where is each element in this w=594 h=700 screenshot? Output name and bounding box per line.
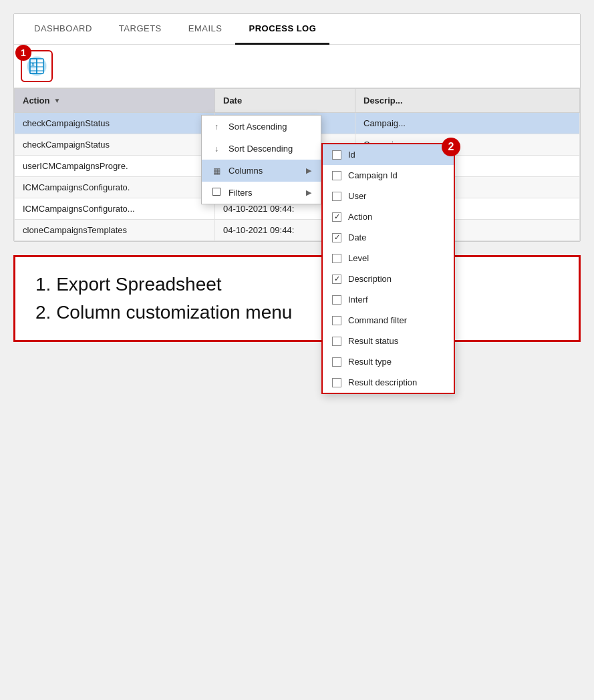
checkbox-result-description[interactable] xyxy=(332,378,341,387)
tab-dashboard[interactable]: DASHBOARD xyxy=(21,14,106,44)
menu-item-filters[interactable]: Filters ▶ xyxy=(202,182,321,204)
checkbox-id[interactable] xyxy=(332,150,341,160)
checkbox-description[interactable]: ✓ xyxy=(332,275,341,284)
filters-submenu-arrow: ▶ xyxy=(306,188,311,197)
columns-submenu-arrow: ▶ xyxy=(306,166,311,175)
cell-action: ICMCampaignsConfigurato. xyxy=(15,177,215,198)
submenu-item-campaign-id[interactable]: Campaign Id xyxy=(323,165,454,186)
tab-emails[interactable]: EMAILS xyxy=(175,14,236,44)
checkbox-command-filter[interactable] xyxy=(332,316,341,325)
submenu-item-level[interactable]: Level xyxy=(323,248,454,269)
toolbar: 1 X xyxy=(14,45,580,88)
checkbox-user[interactable] xyxy=(332,192,341,201)
submenu-label-description: Description xyxy=(348,274,392,284)
cell-desc: Campaig... xyxy=(355,113,580,134)
action-col-dropdown-arrow[interactable]: ▼ xyxy=(53,97,60,104)
table-row: cloneCampaignsTemplates 04-10-2021 09:44… xyxy=(15,220,580,241)
cell-action: cloneCampaignsTemplates xyxy=(15,220,215,241)
col-header-action[interactable]: Action ▼ xyxy=(15,89,215,113)
excel-icon: X xyxy=(26,55,47,77)
submenu-label-action: Action xyxy=(348,212,372,222)
tab-process-log[interactable]: PROCESS LOG xyxy=(235,14,329,45)
footer-line1: 1. Export Spreadsheet xyxy=(35,271,559,299)
cell-action: userICMCampaignsProgre. xyxy=(15,156,215,177)
submenu-item-result-status[interactable]: Result status xyxy=(323,331,454,351)
checkbox-interf[interactable] xyxy=(332,295,341,305)
submenu-label-command-filter: Command filter xyxy=(348,315,407,325)
menu-item-columns[interactable]: ▦ Columns ▶ xyxy=(202,160,321,182)
submenu-item-result-description[interactable]: Result description xyxy=(323,372,454,393)
svg-text:X: X xyxy=(31,62,35,67)
cell-action: checkCampaignStatus xyxy=(15,134,215,156)
tab-targets[interactable]: TARGETS xyxy=(106,14,175,44)
menu-item-sort-asc[interactable]: ↑ Sort Ascending xyxy=(202,116,321,138)
checkbox-level[interactable] xyxy=(332,254,341,263)
footer-note: 1. Export Spreadsheet 2. Column customiz… xyxy=(13,255,581,342)
checkbox-result-status[interactable] xyxy=(332,337,341,346)
col-header-description[interactable]: Descrip... xyxy=(355,89,580,113)
filters-icon xyxy=(211,188,222,198)
table-container: Action ▼ Date Descrip... xyxy=(14,88,580,241)
cell-action: checkCampaignStatus xyxy=(15,113,215,134)
sort-desc-icon: ↓ xyxy=(211,144,222,154)
submenu-label-result-type: Result type xyxy=(348,357,392,367)
checkbox-campaign-id[interactable] xyxy=(332,171,341,180)
menu-item-sort-desc[interactable]: ↓ Sort Descending xyxy=(202,138,321,160)
submenu-item-command-filter[interactable]: Command filter xyxy=(323,310,454,331)
footer-line2: 2. Column customization menu xyxy=(35,299,559,327)
checkbox-date[interactable]: ✓ xyxy=(332,233,341,242)
column-context-menu: ↑ Sort Ascending ↓ Sort Descending ▦ Col… xyxy=(201,115,321,204)
step2-badge: 2 xyxy=(442,138,460,156)
columns-icon: ▦ xyxy=(211,166,222,176)
menu-label-filters: Filters xyxy=(229,188,252,198)
submenu-item-description[interactable]: ✓ Description xyxy=(323,269,454,289)
submenu-label-result-description: Result description xyxy=(348,377,417,387)
cell-action: ICMCampaignsConfigurato... xyxy=(15,198,215,220)
submenu-label-user: User xyxy=(348,191,366,201)
submenu-item-date[interactable]: ✓ Date xyxy=(323,227,454,248)
submenu-label-campaign-id: Campaign Id xyxy=(348,170,398,180)
sort-asc-icon: ↑ xyxy=(211,122,222,132)
submenu-item-user[interactable]: User xyxy=(323,186,454,206)
submenu-label-interf: Interf xyxy=(348,295,368,305)
menu-label-sort-desc: Sort Descending xyxy=(229,144,293,154)
checkbox-result-type[interactable] xyxy=(332,357,341,367)
submenu-label-result-status: Result status xyxy=(348,336,398,346)
submenu-label-id: Id xyxy=(348,150,355,160)
step1-badge: 1 xyxy=(15,45,31,61)
tabs-bar: DASHBOARD TARGETS EMAILS PROCESS LOG xyxy=(14,14,580,45)
menu-label-columns: Columns xyxy=(229,166,263,176)
column-submenu: 2 Id Campaign Id User ✓ Action xyxy=(321,143,455,394)
menu-label-sort-asc: Sort Ascending xyxy=(229,122,287,132)
checkbox-action[interactable]: ✓ xyxy=(332,212,341,222)
submenu-item-result-type[interactable]: Result type xyxy=(323,351,454,372)
submenu-item-interf[interactable]: Interf xyxy=(323,289,454,310)
submenu-item-action[interactable]: ✓ Action xyxy=(323,206,454,227)
submenu-item-id[interactable]: Id xyxy=(323,144,454,165)
col-header-date[interactable]: Date xyxy=(215,89,355,113)
submenu-label-level: Level xyxy=(348,253,369,263)
submenu-label-date: Date xyxy=(348,232,366,242)
